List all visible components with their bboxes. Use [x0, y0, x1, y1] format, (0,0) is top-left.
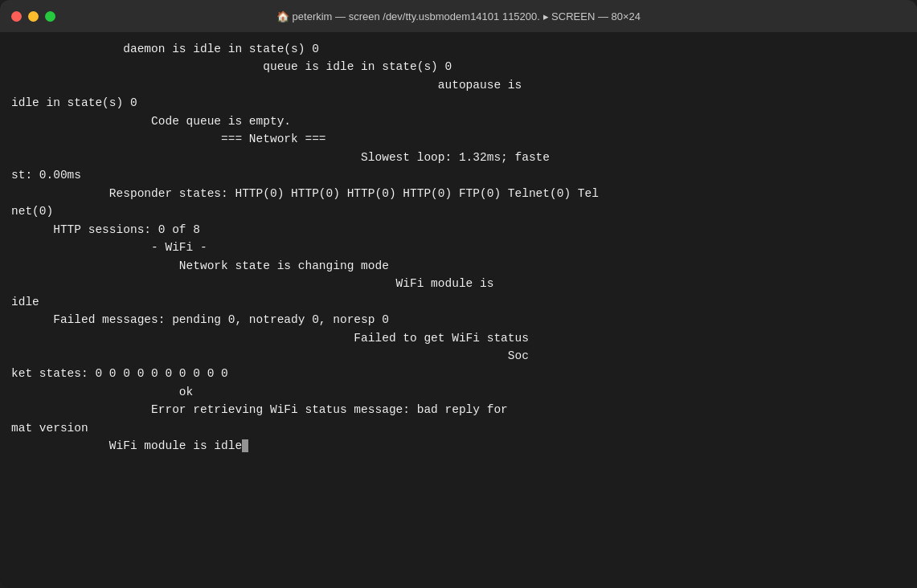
traffic-lights [11, 11, 55, 22]
maximize-button[interactable] [45, 11, 55, 22]
terminal-line: HTTP sessions: 0 of 8 [11, 223, 200, 236]
terminal-line: WiFi module is idle [11, 439, 242, 452]
titlebar: 🏠 peterkim — screen /dev/tty.usbmodem141… [0, 0, 917, 32]
terminal-line: ket states: 0 0 0 0 0 0 0 0 0 0 [11, 367, 228, 380]
terminal-line: Failed to get WiFi status [11, 332, 529, 345]
terminal-line: WiFi module is [11, 277, 493, 290]
terminal-line: === Network === [11, 133, 326, 145]
terminal-line: idle [11, 296, 39, 308]
minimize-button[interactable] [28, 11, 39, 22]
terminal-window: 🏠 peterkim — screen /dev/tty.usbmodem141… [0, 0, 917, 588]
terminal-line: idle in state(s) 0 [11, 96, 137, 109]
terminal-output[interactable]: daemon is idle in state(s) 0 queue is id… [0, 32, 917, 588]
terminal-line: Slowest loop: 1.32ms; faste [11, 151, 550, 164]
terminal-line: Network state is changing mode [11, 259, 389, 272]
terminal-line: Failed messages: pending 0, notready 0, … [11, 313, 389, 326]
close-button[interactable] [11, 11, 22, 22]
cursor [242, 439, 248, 452]
terminal-line: net(0) [11, 205, 53, 218]
terminal-line: autopause is [11, 79, 522, 92]
terminal-line: st: 0.00ms [11, 169, 81, 182]
terminal-line: Soc [11, 349, 529, 362]
terminal-line: - WiFi - [11, 241, 207, 254]
titlebar-icon: 🏠 [276, 10, 293, 22]
terminal-line: ok [11, 386, 193, 398]
terminal-line: daemon is idle in state(s) 0 [11, 43, 319, 55]
terminal-line: mat version [11, 422, 88, 435]
terminal-line: Code queue is empty. [11, 115, 291, 128]
terminal-line: Error retrieving WiFi status message: ba… [11, 403, 508, 416]
terminal-line: Responder states: HTTP(0) HTTP(0) HTTP(0… [11, 187, 599, 200]
terminal-line: queue is idle in state(s) 0 [11, 60, 452, 73]
window-title: 🏠 peterkim — screen /dev/tty.usbmodem141… [276, 10, 641, 22]
